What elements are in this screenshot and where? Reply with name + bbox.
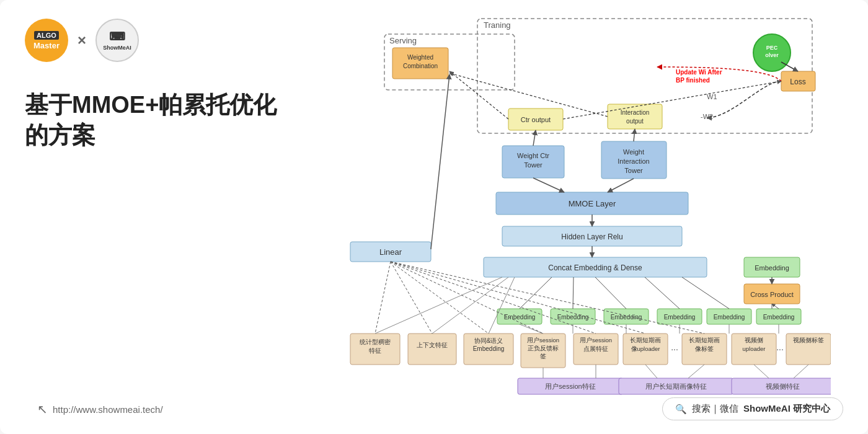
svg-text:MMOE Layer: MMOE Layer bbox=[569, 199, 616, 208]
svg-line-124 bbox=[489, 277, 515, 334]
svg-text:...: ... bbox=[671, 342, 678, 352]
svg-line-107 bbox=[754, 365, 769, 378]
svg-text:PEC: PEC bbox=[766, 45, 778, 51]
svg-text:视频侧特征: 视频侧特征 bbox=[766, 383, 800, 390]
svg-text:uploader: uploader bbox=[743, 345, 766, 352]
showmeai-logo: ⌨ ShowMeAI bbox=[95, 19, 139, 62]
svg-text:用户session: 用户session bbox=[580, 337, 612, 343]
svg-line-64 bbox=[595, 277, 626, 309]
svg-line-116 bbox=[391, 262, 432, 334]
svg-text:Tower: Tower bbox=[624, 167, 643, 174]
svg-rect-72 bbox=[408, 334, 456, 365]
svg-text:用户长短期画像特征: 用户长短期画像特征 bbox=[645, 383, 707, 390]
svg-text:Embedding: Embedding bbox=[763, 314, 795, 321]
svg-text:视频侧标签: 视频侧标签 bbox=[793, 337, 824, 343]
svg-text:正负反馈标: 正负反馈标 bbox=[528, 345, 559, 352]
svg-line-122 bbox=[375, 277, 502, 334]
svg-text:...: ... bbox=[776, 342, 784, 352]
svg-text:Embedding: Embedding bbox=[714, 314, 745, 321]
diagram-area: Traning Serving PEC olver Loss Update Wi… bbox=[236, 12, 831, 422]
svg-text:点展特征: 点展特征 bbox=[583, 345, 608, 352]
svg-line-30 bbox=[533, 130, 536, 146]
svg-line-117 bbox=[391, 262, 489, 334]
serving-label: Serving bbox=[389, 36, 417, 45]
x-separator: × bbox=[78, 32, 86, 49]
svg-line-20 bbox=[450, 71, 508, 119]
svg-text:Weight: Weight bbox=[623, 148, 644, 156]
svg-line-62 bbox=[520, 277, 552, 309]
svg-rect-17 bbox=[608, 104, 662, 129]
svg-line-34 bbox=[533, 178, 564, 192]
svg-text:视频侧: 视频侧 bbox=[745, 337, 763, 343]
svg-text:Linear: Linear bbox=[379, 247, 402, 257]
svg-line-35 bbox=[608, 179, 634, 192]
svg-line-123 bbox=[432, 277, 508, 334]
svg-text:W1: W1 bbox=[707, 93, 717, 100]
svg-text:Tower: Tower bbox=[524, 161, 542, 169]
svg-line-105 bbox=[645, 365, 657, 378]
svg-text:Weighted: Weighted bbox=[407, 54, 433, 61]
svg-text:Interaction: Interaction bbox=[621, 109, 650, 116]
svg-text:Embedding: Embedding bbox=[755, 264, 789, 272]
svg-text:Cross Product: Cross Product bbox=[750, 291, 794, 298]
svg-text:Embedding: Embedding bbox=[473, 345, 505, 352]
algo-master-logo: ALGO Master bbox=[25, 19, 68, 62]
svg-text:协同&语义: 协同&语义 bbox=[474, 337, 503, 344]
svg-text:Update Wi After: Update Wi After bbox=[676, 69, 722, 76]
svg-text:output: output bbox=[626, 118, 644, 125]
svg-text:Concat Embedding & Dense: Concat Embedding & Dense bbox=[548, 264, 642, 272]
svg-text:上下文特征: 上下文特征 bbox=[417, 342, 448, 348]
svg-text:Ctr output: Ctr output bbox=[521, 116, 551, 123]
cursor-icon: ↖ bbox=[37, 402, 48, 417]
svg-line-106 bbox=[688, 365, 704, 378]
svg-line-65 bbox=[645, 277, 680, 309]
svg-text:签: 签 bbox=[540, 353, 546, 360]
svg-text:统计型稠密: 统计型稠密 bbox=[360, 339, 391, 345]
svg-text:Embedding: Embedding bbox=[557, 314, 589, 321]
showmeai-icon: ⌨ bbox=[109, 30, 125, 43]
svg-line-66 bbox=[682, 277, 729, 309]
svg-line-49 bbox=[431, 74, 450, 249]
svg-text:特征: 特征 bbox=[369, 347, 381, 354]
svg-line-109 bbox=[520, 324, 543, 334]
svg-text:-W2: -W2 bbox=[701, 113, 713, 120]
training-label: Traning bbox=[484, 20, 511, 30]
svg-text:Weight Ctr: Weight Ctr bbox=[517, 152, 549, 159]
svg-line-63 bbox=[573, 277, 574, 309]
diagram-svg: Traning Serving PEC olver Loss Update Wi… bbox=[236, 12, 831, 422]
svg-text:Combination: Combination bbox=[403, 63, 438, 69]
footer-url: ↖ http://www.showmeai.tech/ bbox=[37, 402, 163, 417]
main-container: ALGO Master × ⌨ ShowMeAI 基于MMOE+帕累托优化 的方… bbox=[0, 0, 868, 434]
svg-text:像标签: 像标签 bbox=[695, 345, 714, 352]
svg-text:Embedding: Embedding bbox=[664, 314, 696, 321]
svg-text:长期短期画: 长期短期画 bbox=[630, 337, 661, 343]
svg-text:Embedding: Embedding bbox=[611, 314, 642, 321]
svg-text:olver: olver bbox=[765, 52, 779, 58]
svg-text:像uploader: 像uploader bbox=[631, 345, 660, 352]
svg-line-22 bbox=[563, 81, 781, 119]
svg-text:用户session: 用户session bbox=[527, 337, 559, 343]
svg-line-67 bbox=[772, 304, 779, 309]
svg-text:Interaction: Interaction bbox=[618, 157, 649, 165]
svg-text:长期短期画: 长期短期画 bbox=[689, 337, 720, 343]
svg-line-31 bbox=[634, 129, 635, 141]
svg-line-115 bbox=[375, 262, 391, 334]
svg-text:Hidden Layer Relu: Hidden Layer Relu bbox=[561, 232, 622, 241]
svg-text:Loss: Loss bbox=[790, 78, 805, 86]
logo-area: ALGO Master × ⌨ ShowMeAI bbox=[25, 19, 139, 62]
svg-text:用户session特征: 用户session特征 bbox=[545, 383, 595, 390]
svg-text:BP finished: BP finished bbox=[676, 77, 710, 84]
svg-line-108 bbox=[794, 365, 808, 378]
